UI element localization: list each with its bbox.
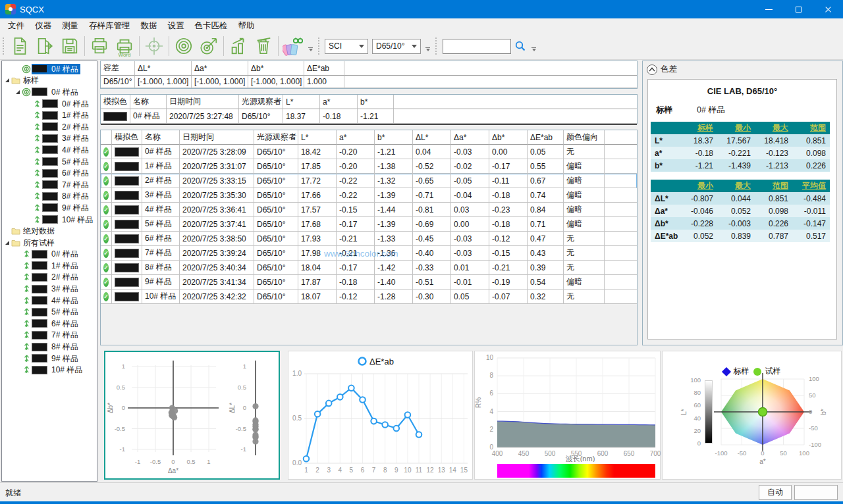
tree-item-label: 标样 <box>21 75 41 86</box>
svg-text:1: 1 <box>207 458 210 465</box>
color-difference-panel-title: 色差 <box>661 64 677 75</box>
delete-button[interactable] <box>251 34 276 58</box>
menu-item-7[interactable]: 帮助 <box>233 18 260 33</box>
measure-sample-button[interactable] <box>196 34 221 58</box>
measurement-mode-select[interactable]: SCI <box>325 39 368 54</box>
menu-item-6[interactable]: 色卡匹检 <box>190 18 233 33</box>
svg-text:Δb*: Δb* <box>107 403 114 413</box>
tree-item-0样品-0[interactable]: 0# 样品 <box>2 63 97 75</box>
tree-item-5样品-21[interactable]: 5# 样品 <box>2 306 97 318</box>
export-button[interactable] <box>32 34 57 58</box>
toolbar-overflow-button[interactable] <box>531 47 536 51</box>
sample-row-4[interactable]: ✓4# 样品2020/7/25 3:36:41D65/10°17.57-0.15… <box>101 203 637 217</box>
tree-item-1样品-17[interactable]: 1# 样品 <box>2 260 97 272</box>
tree-item-4样品-7[interactable]: 4# 样品 <box>2 144 97 156</box>
tree-expander-icon[interactable] <box>14 90 21 94</box>
tree-item-10样品-13[interactable]: 10# 样品 <box>2 214 97 226</box>
lab-color-space-chart-panel[interactable]: 标样试样-100-50050100a*100500-50-100b*100806… <box>662 351 842 480</box>
sample-row-8[interactable]: ✓8# 样品2020/7/25 3:40:34D65/10°18.04-0.17… <box>101 261 637 275</box>
sample-row-9[interactable]: ✓9# 样品2020/7/25 3:41:34D65/10°17.87-0.18… <box>101 275 637 290</box>
tree-item-7样品-10[interactable]: 7# 样品 <box>2 179 97 191</box>
sample-row-1[interactable]: ✓1# 样品2020/7/25 3:31:07D65/10°17.85-0.20… <box>101 159 637 174</box>
delta-e-trend-chart-panel[interactable]: 0.00.51.0123456789101112131415ΔE*ab <box>288 351 473 480</box>
svg-text:5: 5 <box>350 466 354 474</box>
tree-item-7样品-23[interactable]: 7# 样品 <box>2 330 97 341</box>
menu-item-5[interactable]: 设置 <box>163 18 190 33</box>
scatter-chart-panel[interactable]: -1-0.500.5110.50-0.5-1Δb*Δa*10.50-0.5-1Δ… <box>104 351 280 480</box>
sample-row-3[interactable]: ✓3# 样品2020/7/25 3:35:30D65/10°17.66-0.22… <box>101 188 637 203</box>
empty-cell <box>605 188 637 203</box>
folder-icon <box>11 76 21 84</box>
toolbar-overflow-button[interactable] <box>425 47 430 51</box>
close-button[interactable] <box>813 0 843 18</box>
cell: -0.11 <box>489 174 528 188</box>
sample-icon <box>21 296 32 305</box>
tree-item-5样品-8[interactable]: 5# 样品 <box>2 156 97 168</box>
tree-item-绝对数据-14[interactable]: 绝对数据 <box>2 225 97 237</box>
menu-item-2[interactable]: 测量 <box>57 18 84 33</box>
menu-item-0[interactable]: 文件 <box>3 18 30 33</box>
statistics-button[interactable] <box>226 34 251 58</box>
cell: D65/10° <box>239 109 283 124</box>
measure-standard-button[interactable] <box>171 34 196 58</box>
svg-text:9: 9 <box>394 466 398 474</box>
tree-expander-icon[interactable] <box>3 241 11 245</box>
tree-expander-icon[interactable] <box>3 78 11 82</box>
tree-item-9样品-12[interactable]: 9# 样品 <box>2 202 97 214</box>
print-button[interactable] <box>87 34 112 58</box>
sample-row-6[interactable]: ✓6# 样品2020/7/25 3:38:50D65/10°17.93-0.21… <box>101 232 637 246</box>
tree-item-6样品-22[interactable]: 6# 样品 <box>2 318 97 330</box>
sample-row-0[interactable]: ✓0# 样品2020/7/25 3:28:09D65/10°18.42-0.20… <box>101 145 637 159</box>
cell: -1.33 <box>375 232 413 246</box>
folder-icon <box>11 227 21 235</box>
tolerance-row[interactable]: D65/10°[-1.000, 1.000][-1.000, 1.000][-1… <box>101 76 637 88</box>
standard-row[interactable]: 0# 样品2020/7/25 3:27:48D65/10°18.37-0.18-… <box>101 109 637 125</box>
collapse-panel-button[interactable] <box>647 64 657 75</box>
illuminant-observer-select[interactable]: D65/10° <box>372 39 421 54</box>
tree-item-0样品-3[interactable]: 0# 样品 <box>2 98 97 110</box>
auto-button[interactable]: 自动 <box>759 485 792 500</box>
minimize-button[interactable] <box>754 0 784 18</box>
tree-item-9样品-25[interactable]: 9# 样品 <box>2 353 97 365</box>
toolbar-grip[interactable] <box>435 38 438 55</box>
export-word-button[interactable]: Word <box>112 34 137 58</box>
tree-item-10样品-26[interactable]: 10# 样品 <box>2 364 97 376</box>
menu-item-4[interactable]: 数据 <box>136 18 163 33</box>
svg-text:0: 0 <box>243 404 246 411</box>
color-card-search-button[interactable] <box>281 34 306 58</box>
sample-row-5[interactable]: ✓5# 样品2020/7/25 3:37:41D65/10°17.68-0.17… <box>101 217 637 232</box>
toolbar-grip[interactable] <box>317 38 321 55</box>
tree-item-6样品-9[interactable]: 6# 样品 <box>2 167 97 179</box>
tree-item-8样品-24[interactable]: 8# 样品 <box>2 341 97 353</box>
tree-item-2样品-5[interactable]: 2# 样品 <box>2 121 97 133</box>
tree-item-0样品-2[interactable]: 0# 样品 <box>2 86 97 98</box>
cell: -1.39 <box>375 188 413 203</box>
menu-item-3[interactable]: 存样库管理 <box>84 18 136 33</box>
toolbar-overflow-button[interactable] <box>308 47 313 51</box>
sample-row-10[interactable]: ✓10# 样品2020/7/25 3:42:32D65/10°18.07-0.1… <box>101 290 637 304</box>
tree-item-3样品-6[interactable]: 3# 样品 <box>2 133 97 145</box>
sample-row-2[interactable]: ✓2# 样品2020/7/25 3:33:15D65/10°17.72-0.22… <box>101 174 637 188</box>
value-cell: 0.098 <box>792 149 830 158</box>
toolbar-grip[interactable] <box>2 38 5 55</box>
tree-item-2样品-18[interactable]: 2# 样品 <box>2 272 97 284</box>
tree-item-8样品-11[interactable]: 8# 样品 <box>2 191 97 203</box>
search-input[interactable] <box>443 39 511 54</box>
save-button[interactable] <box>57 34 82 58</box>
cell: -0.20 <box>337 159 375 174</box>
menu-item-1[interactable]: 仪器 <box>30 18 57 33</box>
tree-item-所有试样-15[interactable]: 所有试样 <box>2 237 97 249</box>
maximize-button[interactable] <box>784 0 813 18</box>
tree-item-1样品-4[interactable]: 1# 样品 <box>2 109 97 121</box>
cell: 0.74 <box>528 188 564 203</box>
spectral-reflectance-chart-panel[interactable]: 0246810400450500550600650700R%波长(nm) <box>474 351 661 480</box>
app-logo-icon <box>5 4 16 14</box>
search-icon[interactable] <box>514 40 526 55</box>
tree-item-3样品-19[interactable]: 3# 样品 <box>2 283 97 295</box>
tree-item-标样-1[interactable]: 标样 <box>2 75 97 87</box>
cell: 2020/7/25 3:41:34 <box>180 275 254 290</box>
tree-item-0样品-16[interactable]: 0# 样品 <box>2 249 97 261</box>
tree-item-4样品-20[interactable]: 4# 样品 <box>2 295 97 307</box>
new-document-button[interactable] <box>7 34 32 58</box>
pass-check-icon: ✓ <box>101 232 112 246</box>
